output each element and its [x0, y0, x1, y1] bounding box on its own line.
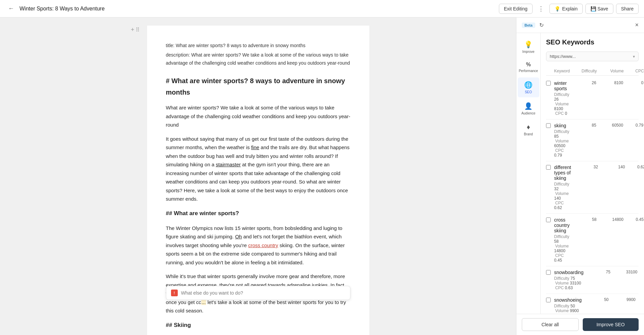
kw-checkbox-snowshoeing[interactable]	[546, 298, 551, 302]
h2-winter-sports: ## What are winter sports?	[166, 209, 350, 219]
editor-controls: + ⠿	[131, 26, 140, 33]
kw-volume-cross-country: 14800	[597, 217, 623, 222]
brand-icon: ♦	[527, 123, 530, 131]
body-paragraph-1: It goes without saying that many of us g…	[166, 135, 350, 203]
kw-difficulty-winter-sports: 26	[569, 80, 596, 85]
close-sidebar-button[interactable]: ×	[635, 22, 639, 29]
editor-paper[interactable]: title: What are winter sports? 8 ways to…	[147, 26, 369, 335]
kw-difficulty-skiing: 85	[569, 123, 596, 128]
main-layout: + ⠿ title: What are winter sports? 8 way…	[0, 18, 644, 335]
kw-cpc-different-types: 0.62	[625, 165, 644, 169]
more-options-button[interactable]: ⋮	[535, 4, 547, 14]
performance-label: Performance	[519, 69, 538, 73]
intro-paragraph: What are winter sports? We take a look a…	[166, 103, 350, 129]
audience-icon: 👤	[524, 102, 533, 110]
kw-checkbox-skiing[interactable]	[546, 123, 551, 128]
page-title: Winter Sports: 8 Ways to Adventure	[20, 6, 105, 12]
explain-button[interactable]: 💡 Explain	[549, 4, 583, 14]
kw-cpc-snowshoeing: 0.84	[636, 297, 644, 302]
kw-difficulty-snowboarding: 75	[583, 270, 610, 274]
ai-prompt-input[interactable]	[181, 290, 345, 296]
share-button[interactable]: Share	[616, 4, 639, 14]
h1-heading: # What are winter sports? 8 ways to adve…	[166, 75, 350, 98]
nav-item-performance[interactable]: % Performance	[518, 58, 539, 76]
url-input[interactable]	[550, 54, 631, 59]
drag-handle-button[interactable]: ⠿	[136, 27, 140, 33]
nav-item-brand[interactable]: ♦ Brand	[518, 120, 539, 139]
exit-editing-button[interactable]: Exit Editing	[499, 4, 533, 14]
kw-cpc-cross-country: 0.45	[623, 217, 644, 222]
kw-name-cross-country: cross country skiing	[554, 217, 570, 233]
kw-volume-snowshoeing: 9900	[609, 297, 636, 302]
kw-name-snowshoeing: snowshoeing	[554, 297, 582, 303]
performance-icon: %	[526, 62, 531, 68]
keywords-table: Keyword Difficulty Volume CPC winter spo…	[546, 67, 639, 314]
ai-prompt-bar[interactable]: !	[166, 286, 350, 300]
stairmaster-link[interactable]: stairmaster	[216, 162, 241, 167]
url-chevron-icon: ▾	[633, 54, 635, 59]
sidebar-body: 💡 Improve % Performance 🌐 SEO 👤 Audience…	[516, 33, 644, 314]
body-paragraph-2: The Winter Olympics now lists 15 winter …	[166, 224, 350, 267]
save-button[interactable]: 💾 Save	[585, 4, 613, 14]
kw-checkbox-winter-sports[interactable]	[546, 81, 551, 86]
sidebar-nav: 💡 Improve % Performance 🌐 SEO 👤 Audience…	[516, 33, 541, 314]
kw-sub-winter-sports: Difficulty 26 Volume 8100 CPC 0	[554, 92, 569, 116]
fine-link[interactable]: fine	[251, 144, 259, 150]
h2-skiing: ## Skiing	[166, 321, 350, 330]
clear-all-button[interactable]: Clear all	[522, 318, 579, 331]
explain-icon: 💡	[554, 6, 560, 11]
kw-sub-different-types: Difficulty 32 Volume 140 CPC 0.62	[554, 182, 571, 210]
kw-sub-cross-country: Difficulty 58 Volume 14800 CPC 0.45	[554, 234, 570, 263]
kw-name-snowboarding: snowboarding	[554, 270, 583, 275]
topbar: ← Winter Sports: 8 Ways to Adventure Exi…	[0, 0, 644, 18]
kw-row-snowboarding: snowboarding Difficulty 75 Volume 33100 …	[546, 266, 639, 294]
kw-name-different-types: different types of skiing	[554, 165, 571, 181]
kw-volume-skiing: 60500	[596, 123, 623, 128]
nav-item-audience[interactable]: 👤 Audience	[518, 99, 539, 119]
kw-row-cross-country: cross country skiing Difficulty 58 Volum…	[546, 214, 639, 266]
kw-cpc-snowboarding: 0.63	[637, 270, 644, 274]
save-icon: 💾	[590, 6, 596, 11]
seo-keywords-title: SEO Keywords	[546, 38, 639, 46]
meta-block: title: What are winter sports? 8 ways to…	[166, 42, 350, 67]
th-volume: Volume	[597, 69, 624, 73]
oh-link[interactable]: Oh	[235, 234, 242, 239]
kw-name-skiing: skiing	[554, 123, 569, 128]
refresh-button[interactable]: ↻	[539, 22, 544, 28]
kw-row-snowshoeing: snowshoeing Difficulty 50 Volume 9900 CP…	[546, 294, 639, 314]
sidebar: Beta ↻ × 💡 Improve % Performance 🌐 SEO	[516, 18, 644, 335]
kw-volume-snowboarding: 33100	[610, 270, 637, 274]
sidebar-footer: Clear all Improve SEO	[516, 314, 644, 335]
seo-content: SEO Keywords ▾ Keyword Difficulty Volume…	[541, 33, 644, 314]
improve-icon: 💡	[524, 40, 533, 48]
table-header: Keyword Difficulty Volume CPC	[546, 67, 639, 76]
kw-difficulty-snowshoeing: 50	[582, 297, 609, 302]
kw-sub-snowboarding: Difficulty 75 Volume 33100 CPC 0.63	[554, 276, 583, 290]
editor-area: + ⠿ title: What are winter sports? 8 way…	[0, 18, 516, 335]
th-keyword: Keyword	[554, 69, 570, 73]
beta-badge: Beta	[522, 23, 535, 28]
topbar-left: ← Winter Sports: 8 Ways to Adventure	[5, 4, 495, 13]
kw-checkbox-different-types[interactable]	[546, 165, 551, 170]
kw-checkbox-cross-country[interactable]	[546, 217, 551, 222]
cross-country-link[interactable]: cross country	[248, 242, 278, 248]
kw-cpc-winter-sports: 0	[623, 80, 643, 85]
nav-item-seo[interactable]: 🌐 SEO	[518, 77, 539, 97]
meta-description: description: What are winter sports? We …	[166, 51, 350, 67]
kw-volume-different-types: 140	[598, 165, 625, 169]
kw-checkbox-snowboarding[interactable]	[546, 270, 551, 275]
add-block-button[interactable]: +	[131, 26, 135, 33]
sidebar-top: Beta ↻ ×	[516, 18, 644, 33]
nav-item-improve[interactable]: 💡 Improve	[518, 37, 539, 57]
kw-cpc-skiing: 0.79	[623, 123, 643, 128]
audience-label: Audience	[521, 111, 536, 115]
improve-label: Improve	[522, 50, 534, 54]
back-button[interactable]: ←	[5, 4, 17, 13]
editor-container: + ⠿ title: What are winter sports? 8 way…	[147, 26, 369, 327]
brand-label: Brand	[524, 132, 533, 136]
kw-volume-winter-sports: 8100	[596, 80, 623, 85]
improve-seo-button[interactable]: Improve SEO	[583, 318, 639, 331]
kw-difficulty-cross-country: 58	[570, 217, 597, 222]
url-input-row[interactable]: ▾	[546, 52, 639, 61]
kw-row-different-types: different types of skiing Difficulty 32 …	[546, 161, 639, 214]
